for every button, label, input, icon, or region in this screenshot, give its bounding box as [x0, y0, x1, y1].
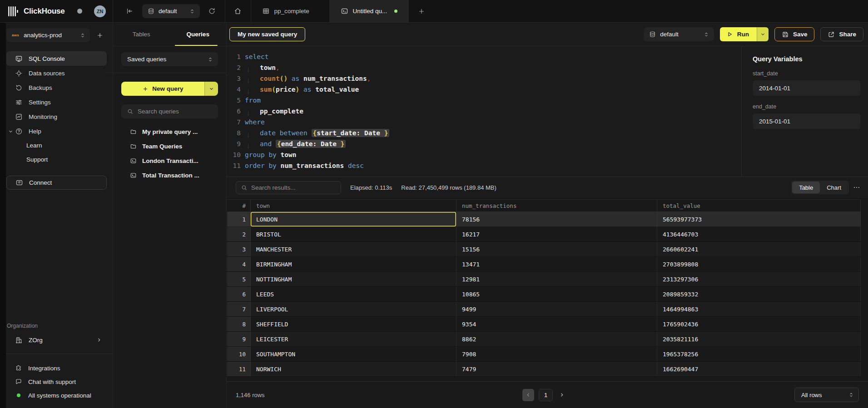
- table-cell[interactable]: LONDON: [251, 212, 456, 226]
- sidebar-item-help[interactable]: Help: [6, 124, 107, 138]
- code-line[interactable]: 2town,: [227, 62, 741, 73]
- code-line[interactable]: 4sum(price) as total_value: [227, 84, 741, 95]
- table-cell[interactable]: NOTTINGHAM: [251, 272, 456, 286]
- query-folder-team-queries[interactable]: Team Queries: [121, 139, 218, 153]
- column-header-total-value[interactable]: total_value: [657, 200, 861, 212]
- sidebar-item-sql-console[interactable]: SQL Console: [6, 51, 107, 66]
- table-cell[interactable]: 56593977373: [657, 212, 861, 226]
- start-date-field[interactable]: [753, 80, 861, 96]
- table-cell[interactable]: 2035821116: [657, 332, 861, 346]
- connect-button[interactable]: Connect: [6, 176, 107, 190]
- share-button[interactable]: Share: [820, 27, 863, 41]
- tab-tables[interactable]: Tables: [113, 23, 170, 46]
- table-cell[interactable]: 9354: [456, 317, 657, 331]
- table-cell[interactable]: 13471: [456, 257, 657, 271]
- new-query-button[interactable]: New query: [121, 82, 218, 96]
- view-chart-button[interactable]: Chart: [820, 182, 848, 193]
- code-line[interactable]: 7where: [227, 117, 741, 128]
- table-cell[interactable]: 2660602241: [657, 242, 861, 256]
- table-row[interactable]: 9LEICESTER88622035821116: [227, 332, 861, 347]
- table-cell[interactable]: 10865: [456, 287, 657, 301]
- code-line[interactable]: 8date between {start_date: Date }: [227, 128, 741, 138]
- saved-queries-filter[interactable]: Saved queries: [121, 52, 218, 66]
- table-cell[interactable]: LIVERPOOL: [251, 302, 456, 316]
- table-cell[interactable]: LEEDS: [251, 287, 456, 301]
- table-row[interactable]: 6LEEDS108652089859332: [227, 287, 861, 302]
- run-database-selector[interactable]: default: [644, 27, 714, 41]
- system-status[interactable]: All systems operational: [6, 388, 107, 402]
- search-results-input[interactable]: [251, 184, 336, 191]
- table-cell[interactable]: SHEFFIELD: [251, 317, 456, 331]
- code-line[interactable]: 5from: [227, 95, 741, 106]
- table-row[interactable]: 2BRISTOL162174136446703: [227, 227, 861, 242]
- table-row[interactable]: 10SOUTHAMPTON79081965378256: [227, 347, 861, 362]
- table-cell[interactable]: 16217: [456, 227, 657, 241]
- database-selector[interactable]: default: [142, 4, 200, 18]
- sidebar-item-learn[interactable]: Learn: [6, 138, 107, 152]
- table-cell[interactable]: 1965378256: [657, 347, 861, 361]
- search-queries-input[interactable]: [138, 108, 213, 115]
- tab-pp-complete[interactable]: pp_complete: [251, 0, 329, 22]
- sidebar-item-chat-support[interactable]: Chat with support: [6, 375, 107, 388]
- table-cell[interactable]: 78156: [456, 212, 657, 226]
- collapse-sidebar-button[interactable]: [123, 7, 136, 15]
- avatar[interactable]: ZN: [94, 5, 106, 17]
- code-line[interactable]: 6pp_complete: [227, 106, 741, 117]
- next-page-button[interactable]: [557, 392, 566, 398]
- table-row[interactable]: 5NOTTINGHAM129812313297306: [227, 272, 861, 287]
- home-button[interactable]: [225, 0, 251, 22]
- view-table-button[interactable]: Table: [792, 182, 820, 193]
- sidebar-item-data-sources[interactable]: Data sources: [6, 66, 107, 80]
- table-cell[interactable]: BIRMINGHAM: [251, 257, 456, 271]
- add-service-button[interactable]: [96, 32, 104, 39]
- table-row[interactable]: 3MANCHESTER151562660602241: [227, 242, 861, 257]
- end-date-input[interactable]: [759, 118, 854, 125]
- end-date-field[interactable]: [753, 113, 861, 129]
- sidebar-item-support[interactable]: Support: [6, 152, 107, 167]
- sidebar-item-backups[interactable]: Backups: [6, 80, 107, 95]
- workspace-selector[interactable]: aws analytics-prod: [6, 28, 90, 42]
- table-cell[interactable]: 1464994863: [657, 302, 861, 316]
- search-results-box[interactable]: [236, 181, 341, 194]
- table-cell[interactable]: 2703899808: [657, 257, 861, 271]
- code-line[interactable]: 9and {end_date: Date }: [227, 138, 741, 149]
- sidebar-item-settings[interactable]: Settings: [6, 95, 107, 109]
- table-cell[interactable]: 4136446703: [657, 227, 861, 241]
- page-size-selector[interactable]: All rows: [794, 388, 859, 402]
- sidebar-item-monitoring[interactable]: Monitoring: [6, 109, 107, 124]
- previous-page-button[interactable]: [522, 389, 534, 401]
- code-line[interactable]: 10group by town: [227, 149, 741, 160]
- current-page[interactable]: 1: [539, 389, 553, 401]
- table-cell[interactable]: BRISTOL: [251, 227, 456, 241]
- saved-query-name-pill[interactable]: My new saved query: [229, 27, 305, 41]
- table-cell[interactable]: 7908: [456, 347, 657, 361]
- tab-untitled-query[interactable]: Untitled qu...: [330, 0, 409, 22]
- run-button[interactable]: Run: [720, 27, 757, 41]
- code-line[interactable]: 11order by num_transactions desc: [227, 160, 741, 171]
- table-row[interactable]: 8SHEFFIELD93541765902436: [227, 317, 861, 332]
- run-options-button[interactable]: [757, 27, 769, 41]
- table-cell[interactable]: 1662690447: [657, 362, 861, 376]
- table-cell[interactable]: SOUTHAMPTON: [251, 347, 456, 361]
- column-header-town[interactable]: town: [251, 200, 456, 212]
- table-row[interactable]: 4BIRMINGHAM134712703899808: [227, 257, 861, 272]
- table-cell[interactable]: 2313297306: [657, 272, 861, 286]
- column-header-num-transactions[interactable]: num_transactions: [456, 200, 657, 212]
- code-line[interactable]: 1select: [227, 51, 741, 62]
- table-cell[interactable]: 9499: [456, 302, 657, 316]
- table-cell[interactable]: NORWICH: [251, 362, 456, 376]
- start-date-input[interactable]: [759, 85, 854, 92]
- table-row[interactable]: 11NORWICH74791662690447: [227, 362, 861, 377]
- results-menu-button[interactable]: [853, 183, 861, 192]
- table-cell[interactable]: 7479: [456, 362, 657, 376]
- sql-editor[interactable]: 1select2town,3count() as num_transaction…: [227, 46, 741, 177]
- new-tab-button[interactable]: [415, 8, 428, 15]
- new-query-menu-button[interactable]: [204, 82, 218, 96]
- save-button[interactable]: Save: [774, 27, 815, 41]
- table-row[interactable]: 1LONDON7815656593977373: [227, 212, 861, 227]
- sidebar-item-integrations[interactable]: Integrations: [6, 361, 107, 375]
- table-cell[interactable]: 1765902436: [657, 317, 861, 331]
- refresh-button[interactable]: [205, 7, 218, 15]
- query-item-total-transaction[interactable]: Total Transaction ...: [121, 168, 218, 182]
- chevron-down-icon[interactable]: [8, 128, 14, 134]
